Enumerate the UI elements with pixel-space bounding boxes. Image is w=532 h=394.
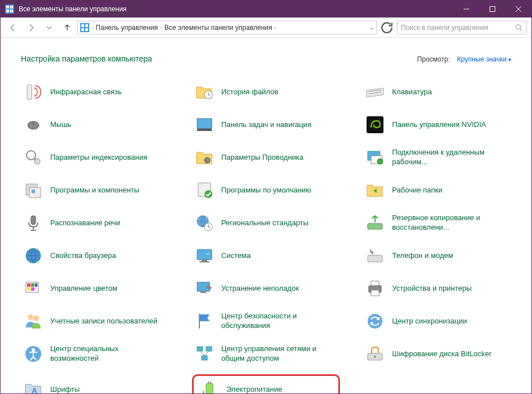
view-dropdown[interactable]: Крупные значки [457,55,511,63]
breadcrumb-separator[interactable]: › [274,24,276,30]
minimize-button[interactable] [453,1,479,17]
svg-point-14 [516,24,521,29]
window-controls [453,1,531,17]
up-button[interactable] [59,20,75,36]
svg-point-60 [33,316,39,321]
breadcrumb-seg-1[interactable]: Панель управления [95,24,158,32]
item-system[interactable]: Система [192,243,341,268]
item-fonts[interactable]: A Шрифты [21,374,169,393]
item-work-folders[interactable]: Рабочие папки [363,178,511,203]
back-button[interactable] [5,20,21,36]
item-internet-options[interactable]: Свойства браузера [21,243,169,268]
default-programs-icon [194,180,215,200]
item-default-programs[interactable]: Программы по умолчанию [192,178,341,203]
item-color-management[interactable]: Управление цветом [21,276,169,301]
item-label: Региональные стандарты [221,218,308,228]
close-button[interactable] [505,1,531,17]
mouse-icon [23,115,43,135]
search-input[interactable]: Поиск в панели управления [397,21,527,34]
breadcrumb-separator[interactable]: › [160,24,162,30]
item-indexing[interactable]: Параметры индексирования [21,145,169,170]
svg-point-59 [28,314,33,320]
work-folders-icon [365,180,385,200]
item-user-accounts[interactable]: Учетные записи пользователей [21,309,169,334]
item-region[interactable]: Региональные стандарты [192,211,341,235]
window-title: Все элементы панели управления [19,5,127,13]
item-bitlocker[interactable]: Шифрование диска BitLocker [363,342,511,366]
system-icon [194,246,215,266]
item-programs-features[interactable]: Программы и компоненты [21,178,169,203]
item-remote-desktop[interactable]: Подключения к удаленным рабочим... [363,145,511,170]
item-devices-printers[interactable]: Устройства и принтеры [363,276,511,301]
forward-button[interactable] [23,20,39,36]
item-network-sharing[interactable]: Центр управления сетями и общим доступом [192,342,341,366]
breadcrumb-separator[interactable]: › [91,24,93,30]
item-label: Параметры Проводника [221,153,304,163]
svg-rect-72 [208,382,209,383]
item-troubleshooting[interactable]: Устранение неполадок [192,276,341,301]
item-explorer-options[interactable]: Параметры Проводника [192,145,341,170]
item-label: Учетные записи пользователей [50,317,158,326]
item-speech-recognition[interactable]: Распознавание речи [21,211,169,235]
color-icon [23,278,43,299]
svg-point-64 [32,348,35,352]
svg-text:A: A [32,386,37,393]
item-label: Система [221,251,251,261]
item-security-maintenance[interactable]: Центр безопасности и обслуживания [192,309,341,334]
item-file-history[interactable]: История файлов [192,80,341,104]
svg-rect-45 [202,260,207,261]
svg-rect-55 [200,291,206,293]
item-label: История файлов [221,87,278,97]
item-label: Шифрование диска BitLocker [392,349,491,359]
breadcrumb-seg-2[interactable]: Все элементы панели управления [164,24,272,32]
sync-icon [365,311,385,331]
item-backup-restore[interactable]: Резервное копирование и восстановлени... [363,211,511,235]
item-power-options[interactable]: Электропитание [192,374,341,393]
refresh-button[interactable] [379,20,395,36]
svg-line-15 [520,28,522,30]
address-bar[interactable]: › Панель управления › Все элементы панел… [77,21,377,34]
svg-rect-57 [371,281,379,286]
svg-rect-37 [31,216,36,225]
svg-rect-73 [210,382,211,383]
folder-gear-icon [194,147,215,168]
page-title: Настройка параметров компьютера [21,54,152,63]
svg-rect-16 [27,85,32,99]
svg-rect-44 [197,249,212,260]
svg-rect-53 [31,287,34,291]
svg-rect-71 [206,383,213,393]
address-dropdown[interactable]: ⌄ [369,24,374,30]
svg-rect-12 [81,28,84,31]
item-taskbar[interactable]: Панель задач и навигация [192,112,341,137]
item-label: Центр управления сетями и общим доступом [221,344,338,364]
microphone-icon [23,213,43,233]
item-keyboard[interactable]: Клавиатура [363,80,511,104]
svg-point-62 [368,314,382,329]
network-icon [194,344,215,364]
folder-clock-icon [194,82,215,102]
content-area: Настройка параметров компьютера Просмотр… [1,38,531,393]
item-phone-modem[interactable]: Телефон и модем [363,243,511,268]
recent-locations-button[interactable] [41,20,57,36]
svg-point-28 [204,157,210,163]
search-placeholder: Поиск в панели управления [401,24,489,32]
svg-rect-22 [197,119,212,129]
users-icon [23,311,43,331]
svg-rect-10 [81,24,84,27]
item-nvidia[interactable]: Панель управления NVIDIA [363,112,511,137]
item-sync-center[interactable]: Центр синхронизации [363,309,511,334]
item-label: Параметры индексирования [50,153,147,163]
item-label: Центр синхронизации [392,317,466,326]
item-infrared[interactable]: Инфракрасная связь [21,80,169,104]
maximize-button[interactable] [479,1,505,17]
control-panel-icon [5,5,14,14]
svg-rect-13 [85,28,88,31]
globe-clock-icon [194,213,215,233]
nvidia-icon [365,115,385,135]
item-label: Инфракрасная связь [50,87,121,97]
svg-rect-58 [371,290,379,296]
item-mouse[interactable]: Мышь [21,112,169,137]
titlebar-left: Все элементы панели управления [5,5,127,14]
item-label: Программы по умолчанию [221,186,311,195]
item-ease-of-access[interactable]: Центр специальных возможностей [21,342,169,366]
